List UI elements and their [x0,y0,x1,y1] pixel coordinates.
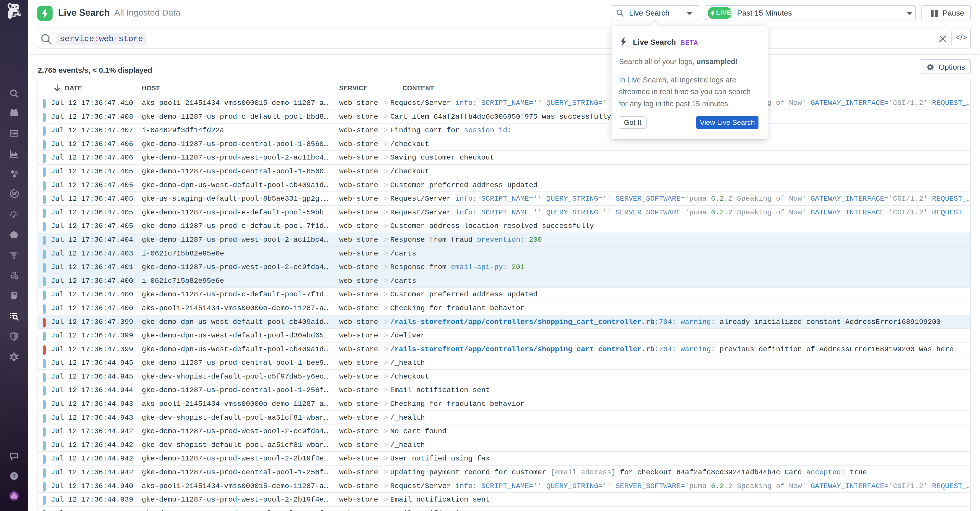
svg-text:?: ? [12,473,16,479]
